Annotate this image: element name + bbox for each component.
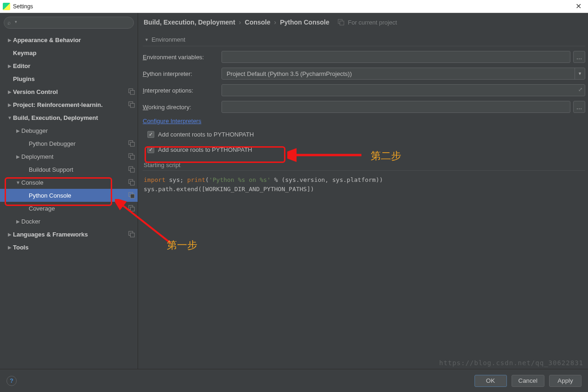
search-icon: ⌕ (7, 19, 11, 26)
env-vars-input[interactable] (221, 51, 570, 63)
help-button[interactable]: ? (6, 376, 17, 386)
sidebar-item[interactable]: ▶Docker (0, 215, 138, 228)
chevron-right-icon: › (274, 19, 277, 26)
sidebar-item-label: Plugins (13, 75, 135, 82)
project-scope-icon (128, 101, 135, 108)
triangle-right-icon: ▶ (6, 232, 13, 237)
code-keyword: print (187, 176, 205, 183)
sidebar-item-label: Console (21, 179, 128, 186)
row-add-content-roots: ✓ Add content roots to PYTHONPATH (143, 131, 585, 138)
project-scope-icon (128, 140, 135, 147)
interp-opts-label: Interpreter options: (143, 87, 221, 94)
working-dir-input[interactable] (221, 101, 570, 113)
checkbox-content-roots-label: Add content roots to PYTHONPATH (158, 131, 254, 138)
interpreter-value: Project Default (Python 3.5 (PycharmProj… (227, 70, 352, 77)
ok-button[interactable]: OK (474, 375, 507, 387)
sidebar-item[interactable]: ▶Deployment (0, 150, 138, 163)
sidebar-item-label: Coverage (29, 205, 128, 212)
dialog-footer: ? OK Cancel Apply (0, 369, 588, 392)
breadcrumb-part: Build, Execution, Deployment (144, 19, 235, 26)
sidebar-item[interactable]: Buildout Support (0, 163, 138, 176)
scope-label: For current project (348, 19, 397, 26)
row-add-source-roots: ✓ Add source roots to PYTHONPATH (143, 146, 585, 153)
sidebar-item[interactable]: ▶Editor (0, 59, 138, 72)
settings-tree[interactable]: ▶Appearance & BehaviorKeymap▶EditorPlugi… (0, 32, 138, 369)
sidebar-item[interactable]: ▶Languages & Frameworks (0, 228, 138, 241)
sidebar-item[interactable]: ▶Project: Reinforcement-learnin. (0, 98, 138, 111)
interp-opts-input[interactable] (221, 84, 585, 96)
sidebar-item[interactable]: Keymap (0, 46, 138, 59)
project-scope-icon (128, 153, 135, 160)
code-text: % (sys.version, sys.platform)) (271, 176, 383, 183)
title-bar: Settings ✕ (0, 0, 588, 13)
breadcrumb-part: Python Console (280, 19, 329, 26)
settings-panel: ▼ Environment Environment variables: … P… (138, 31, 588, 369)
triangle-right-icon: ▶ (15, 154, 21, 159)
env-vars-label: Environment variables: (143, 54, 221, 61)
project-scope-icon (128, 88, 135, 95)
sidebar-item[interactable]: Python Console (0, 189, 138, 202)
row-config-link: Configure Interpreters (143, 118, 585, 124)
sidebar-item[interactable]: Python Debugger (0, 137, 138, 150)
svg-rect-11 (130, 181, 134, 185)
sidebar-item[interactable]: ▼Console (0, 176, 138, 189)
project-scope-icon (128, 231, 135, 237)
sidebar-item-label: Languages & Frameworks (13, 231, 128, 238)
checkbox-content-roots[interactable]: ✓ (147, 131, 154, 138)
sidebar-item[interactable]: ▶Tools (0, 241, 138, 254)
sidebar-item-label: Deployment (21, 153, 128, 160)
chevron-down-icon: ▾ (15, 19, 17, 24)
interpreter-select[interactable]: Project Default (Python 3.5 (PycharmProj… (221, 68, 585, 80)
cancel-button[interactable]: Cancel (512, 375, 545, 387)
svg-rect-13 (130, 194, 134, 198)
triangle-right-icon: ▶ (6, 63, 13, 68)
sidebar-item[interactable]: ▶Appearance & Behavior (0, 33, 138, 46)
sidebar-item-label: Build, Execution, Deployment (13, 114, 135, 121)
row-working-dir: Working directory: … (143, 101, 585, 113)
expand-icon[interactable]: ⤢ (578, 87, 582, 93)
settings-sidebar: ⌕ ▾ ▶Appearance & BehaviorKeymap▶EditorP… (0, 13, 138, 369)
sidebar-item-label: Python Console (29, 192, 128, 199)
apply-button[interactable]: Apply (549, 375, 582, 387)
sidebar-item-label: Version Control (13, 88, 128, 95)
browse-button[interactable]: … (573, 101, 585, 113)
project-scope-icon (128, 205, 135, 212)
chevron-down-icon: ▼ (575, 68, 585, 79)
triangle-right-icon: ▶ (6, 37, 13, 43)
svg-rect-9 (130, 168, 134, 172)
working-dir-label: Working directory: (143, 104, 221, 111)
row-interp-opts: Interpreter options: ⤢ (143, 84, 585, 96)
section-environment[interactable]: ▼ Environment (143, 33, 585, 46)
triangle-right-icon: ▶ (6, 102, 13, 107)
sidebar-item[interactable]: Plugins (0, 72, 138, 85)
sidebar-item[interactable]: Coverage (0, 202, 138, 215)
svg-rect-17 (130, 233, 134, 237)
triangle-down-icon: ▼ (6, 115, 13, 120)
project-scope-icon (338, 19, 344, 25)
project-scope-icon (128, 179, 135, 186)
svg-rect-3 (130, 103, 134, 107)
settings-content: Build, Execution, Deployment › Console ›… (138, 13, 588, 369)
sidebar-item-label: Keymap (13, 50, 135, 56)
sidebar-item[interactable]: ▼Build, Execution, Deployment (0, 111, 138, 124)
triangle-down-icon: ▼ (145, 37, 149, 42)
pycharm-icon (3, 3, 10, 10)
sidebar-item[interactable]: ▶Version Control (0, 85, 138, 98)
row-interpreter: Python interpreter: Project Default (Pyt… (143, 68, 585, 80)
configure-interpreters-link[interactable]: Configure Interpreters (143, 118, 201, 124)
browse-button[interactable]: … (573, 51, 585, 63)
sidebar-item-label: Debugger (21, 127, 135, 134)
starting-script-editor[interactable]: import sys; print('Python %s on %s' % (s… (143, 171, 585, 199)
sidebar-item[interactable]: ▶Debugger (0, 124, 138, 137)
code-text: sys; (165, 176, 187, 183)
interpreter-label: Python interpreter: (143, 70, 221, 77)
close-icon[interactable]: ✕ (572, 2, 585, 11)
triangle-down-icon: ▼ (15, 180, 21, 185)
checkbox-source-roots[interactable]: ✓ (147, 146, 154, 153)
search-wrap: ⌕ ▾ (0, 13, 138, 32)
main-area: ⌕ ▾ ▶Appearance & BehaviorKeymap▶EditorP… (0, 13, 588, 369)
project-scope-icon (128, 166, 135, 173)
search-input[interactable] (4, 17, 134, 29)
sidebar-item-label: Python Debugger (29, 140, 128, 147)
code-text: ( (205, 176, 209, 183)
